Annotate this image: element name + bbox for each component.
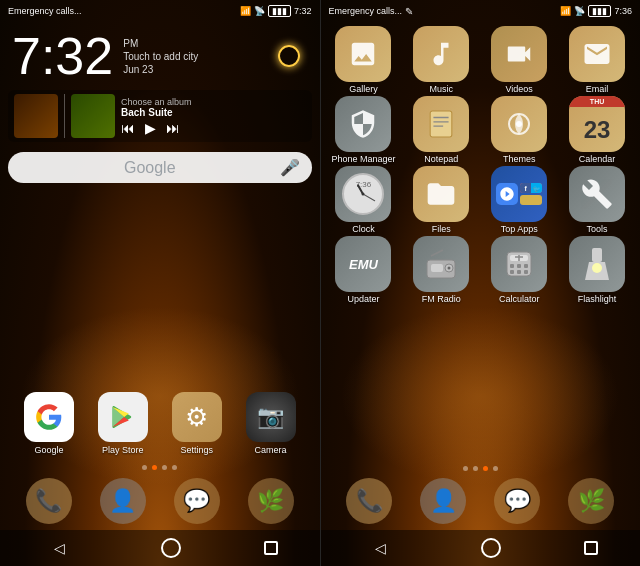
- app-notepad[interactable]: Notepad: [406, 96, 476, 164]
- home-apps-row: Google Play Store ⚙ Settings 📷 Camera: [0, 386, 320, 461]
- music-info: Choose an album Bach Suite ⏮ ▶ ⏭: [121, 97, 306, 136]
- right-time-display: 7:36: [614, 6, 632, 16]
- left-nav-bar: ◁: [0, 530, 320, 566]
- dock-app4[interactable]: 🌿: [248, 478, 294, 524]
- svg-point-23: [592, 263, 602, 273]
- app-themes[interactable]: Themes: [484, 96, 554, 164]
- email-icon: [569, 26, 625, 82]
- app-calendar[interactable]: THU 23 Calendar: [562, 96, 632, 164]
- right-dot-4[interactable]: [493, 466, 498, 471]
- notepad-icon: [413, 96, 469, 152]
- app-camera[interactable]: 📷 Camera: [243, 392, 299, 455]
- next-button[interactable]: ⏭: [166, 120, 180, 136]
- right-page-dots: [321, 463, 641, 474]
- dot-3[interactable]: [162, 465, 167, 470]
- back-button[interactable]: ◁: [42, 535, 78, 561]
- right-status-bar: Emergency calls... ✎ 📶 📡 ▮▮▮ 7:36: [321, 0, 641, 22]
- weather-icon[interactable]: [278, 45, 300, 67]
- album-art-2: [71, 94, 115, 138]
- play-button[interactable]: ▶: [145, 120, 156, 136]
- right-dock-contacts[interactable]: 👤: [420, 478, 466, 524]
- app-files[interactable]: Files: [406, 166, 476, 234]
- svg-point-5: [516, 121, 522, 127]
- right-dock-phone[interactable]: 📞: [346, 478, 392, 524]
- app-updater[interactable]: EMU Updater: [328, 236, 398, 304]
- page-dots: [0, 461, 320, 474]
- dot-1[interactable]: [142, 465, 147, 470]
- right-status-right: 📶 📡 ▮▮▮ 7:36: [560, 5, 632, 17]
- email-label: Email: [586, 84, 609, 94]
- clock-widget: 7:32 PM Touch to add city Jun 23: [0, 22, 320, 86]
- time-display: 7:32: [294, 6, 312, 16]
- dock-phone[interactable]: 📞: [26, 478, 72, 524]
- battery-icon: ▮▮▮: [268, 5, 291, 17]
- svg-rect-17: [517, 270, 521, 274]
- app-clock[interactable]: 7:36 Clock: [328, 166, 398, 234]
- tools-label: Tools: [587, 224, 608, 234]
- fmradio-icon: [413, 236, 469, 292]
- phonemanager-icon: [335, 96, 391, 152]
- app-settings[interactable]: ⚙ Settings: [169, 392, 225, 455]
- settings-label: Settings: [180, 445, 213, 455]
- themes-label: Themes: [503, 154, 536, 164]
- svg-rect-13: [510, 264, 514, 268]
- clock-add-city[interactable]: Touch to add city: [123, 51, 198, 62]
- wifi-icon: 📶: [240, 6, 251, 16]
- app-email[interactable]: Email: [562, 26, 632, 94]
- dock-messages[interactable]: 💬: [174, 478, 220, 524]
- app-flashlight[interactable]: Flashlight: [562, 236, 632, 304]
- right-home-button[interactable]: [481, 538, 501, 558]
- right-dock-app4[interactable]: 🌿: [568, 478, 614, 524]
- clock-icon: 7:36: [335, 166, 391, 222]
- flashlight-icon: [569, 236, 625, 292]
- topapps-label: Top Apps: [501, 224, 538, 234]
- camera-label: Camera: [255, 445, 287, 455]
- app-row-2: Phone Manager Notepad Themes THU 23 Ca: [325, 96, 637, 164]
- app-tools[interactable]: Tools: [562, 166, 632, 234]
- app-music[interactable]: Music: [406, 26, 476, 94]
- app-grid: Gallery Music Videos Email: [321, 22, 641, 463]
- right-battery-icon: ▮▮▮: [588, 5, 611, 17]
- dot-2[interactable]: [152, 465, 157, 470]
- clock-date: Jun 23: [123, 64, 198, 75]
- app-videos[interactable]: Videos: [484, 26, 554, 94]
- svg-rect-18: [524, 270, 528, 274]
- mic-icon[interactable]: 🎤: [280, 158, 300, 177]
- google-icon: [24, 392, 74, 442]
- right-dot-3[interactable]: [483, 466, 488, 471]
- app-topapps[interactable]: f 🐦 Top Apps: [484, 166, 554, 234]
- dot-4[interactable]: [172, 465, 177, 470]
- app-google[interactable]: Google: [21, 392, 77, 455]
- recents-button[interactable]: [264, 541, 278, 555]
- album-divider: [64, 94, 65, 138]
- tools-icon: [569, 166, 625, 222]
- left-status-text: Emergency calls...: [8, 6, 82, 16]
- app-gallery[interactable]: Gallery: [328, 26, 398, 94]
- app-phonemanager[interactable]: Phone Manager: [328, 96, 398, 164]
- edit-icon: ✎: [405, 6, 413, 17]
- right-back-button[interactable]: ◁: [362, 535, 398, 561]
- music-widget[interactable]: Choose an album Bach Suite ⏮ ▶ ⏭: [8, 90, 312, 142]
- app-playstore[interactable]: Play Store: [95, 392, 151, 455]
- right-dot-1[interactable]: [463, 466, 468, 471]
- left-status-bar: Emergency calls... 📶 📡 ▮▮▮ 7:32: [0, 0, 320, 22]
- app-row-3: 7:36 Clock Files: [325, 166, 637, 234]
- gallery-icon: [335, 26, 391, 82]
- svg-rect-0: [430, 111, 452, 137]
- app-calculator[interactable]: Calculator: [484, 236, 554, 304]
- right-status-text: Emergency calls...: [329, 6, 403, 16]
- dock-contacts[interactable]: 👤: [100, 478, 146, 524]
- signal-icon: 📡: [254, 6, 265, 16]
- clock-label: Clock: [352, 224, 375, 234]
- app-fmradio[interactable]: FM Radio: [406, 236, 476, 304]
- right-recents-button[interactable]: [584, 541, 598, 555]
- notepad-label: Notepad: [424, 154, 458, 164]
- right-dock-messages[interactable]: 💬: [494, 478, 540, 524]
- right-dot-2[interactable]: [473, 466, 478, 471]
- prev-button[interactable]: ⏮: [121, 120, 135, 136]
- phonemanager-label: Phone Manager: [331, 154, 395, 164]
- dock-row: 📞 👤 💬 🌿: [0, 474, 320, 530]
- home-button[interactable]: [161, 538, 181, 558]
- music-icon: [413, 26, 469, 82]
- google-search-bar[interactable]: Google 🎤: [8, 152, 312, 183]
